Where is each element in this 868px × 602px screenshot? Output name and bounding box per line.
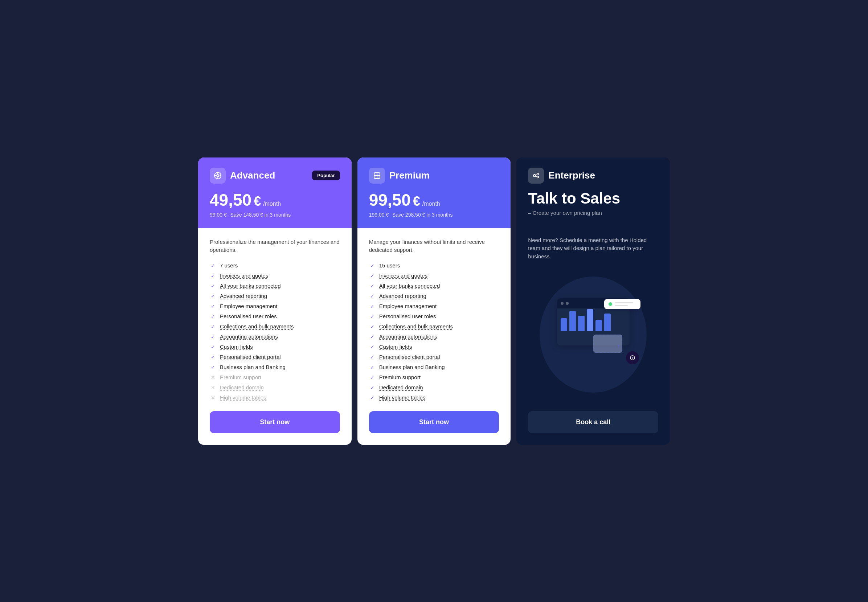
plan-body-advanced: Professionalize the management of your f… xyxy=(198,228,352,411)
popular-badge: Popular xyxy=(312,170,340,180)
feature-label: 7 users xyxy=(220,263,238,269)
feature-invoices-quotes: ✓ Invoices and quotes xyxy=(210,272,340,279)
features-list-premium: ✓ 15 users ✓ Invoices and quotes ✓ All y… xyxy=(369,263,499,401)
feature-employee: ✓ Employee management xyxy=(369,303,499,310)
feature-banks: ✓ All your banks connected xyxy=(210,283,340,289)
price-currency-premium: € xyxy=(413,194,420,209)
feature-label: Custom fields xyxy=(379,344,412,350)
check-icon: ✓ xyxy=(369,283,376,289)
svg-point-10 xyxy=(537,173,539,175)
feature-label: Invoices and quotes xyxy=(220,272,268,279)
svg-point-1 xyxy=(217,175,219,177)
feature-dedicated-domain: ✓ Dedicated domain xyxy=(369,384,499,391)
svg-point-11 xyxy=(537,176,539,178)
feature-label: Invoices and quotes xyxy=(379,272,427,279)
feature-invoices: ✓ Invoices and quotes xyxy=(369,272,499,279)
check-icon: ✓ xyxy=(369,354,376,360)
plan-body-enterprise: Need more? Schedule a meeting with the H… xyxy=(516,226,670,411)
plan-footer-enterprise: Book a call xyxy=(516,411,670,445)
plan-card-enterprise: Enterprise Talk to Sales – Create your o… xyxy=(516,158,670,445)
plan-header-enterprise: Enterprise Talk to Sales – Create your o… xyxy=(516,158,670,226)
feature-custom-fields: ✓ Custom fields xyxy=(369,344,499,350)
feature-label: Custom fields xyxy=(220,344,253,350)
check-icon: ✓ xyxy=(369,344,376,350)
plan-footer-advanced: Start now xyxy=(198,411,352,445)
feature-user-roles: ✓ Personalised user roles xyxy=(210,313,340,320)
mock-status-card xyxy=(604,299,641,309)
feature-high-volume: ✓ High volume tables xyxy=(369,395,499,401)
feature-label: Personalised client portal xyxy=(379,354,440,360)
feature-label: High volume tables xyxy=(220,395,266,401)
check-icon: ✓ xyxy=(369,272,376,279)
feature-label: Advanced reporting xyxy=(379,293,426,299)
x-icon: ✕ xyxy=(210,374,216,381)
feature-client-portal: ✓ Personalised client portal xyxy=(369,354,499,360)
feature-label: Dedicated domain xyxy=(220,384,264,390)
savings-text-premium: Save 298,50 € in 3 months xyxy=(392,212,453,218)
feature-label: Business plan and Banking xyxy=(379,364,445,370)
check-icon: ✓ xyxy=(369,303,376,310)
enterprise-tagline: – Create your own pricing plan xyxy=(528,210,658,216)
plan-footer-premium: Start now xyxy=(358,411,511,445)
check-icon: ✓ xyxy=(210,354,216,360)
check-icon: ✓ xyxy=(210,333,216,340)
feature-label: All your banks connected xyxy=(379,283,440,289)
start-now-button-advanced[interactable]: Start now xyxy=(210,411,340,433)
advanced-icon xyxy=(210,167,226,184)
feature-custom-fields: ✓ Custom fields xyxy=(210,344,340,350)
svg-line-13 xyxy=(536,176,537,177)
enterprise-headline: Talk to Sales xyxy=(528,190,658,207)
book-call-button[interactable]: Book a call xyxy=(528,411,658,433)
feature-label: Advanced reporting xyxy=(220,293,267,299)
price-period-premium: /month xyxy=(422,201,440,207)
check-icon: ✓ xyxy=(369,263,376,269)
plan-name-premium: Premium xyxy=(389,170,430,181)
feature-dedicated-domain: ✕ Dedicated domain xyxy=(210,384,340,391)
x-icon: ✕ xyxy=(210,395,216,401)
feature-label: Business plan and Banking xyxy=(220,364,286,370)
feature-premium-support: ✕ Premium support xyxy=(210,374,340,381)
feature-7-users: ✓ 7 users xyxy=(210,263,340,269)
plan-body-premium: Manage your finances without limits and … xyxy=(358,228,511,411)
feature-collections: ✓ Collections and bulk payments xyxy=(369,323,499,330)
svg-text:$: $ xyxy=(631,357,633,360)
original-price-premium: 199,00 € xyxy=(369,212,389,218)
feature-label: Employee management xyxy=(220,303,277,309)
feature-employee: ✓ Employee management xyxy=(210,303,340,310)
feature-accounting: ✓ Accounting automations xyxy=(369,333,499,340)
feature-client-portal: ✓ Personalised client portal xyxy=(210,354,340,360)
x-icon: ✕ xyxy=(210,384,216,391)
feature-label: Premium support xyxy=(220,374,261,380)
enterprise-icon xyxy=(528,167,544,184)
price-value-premium: 99,50 xyxy=(369,190,411,210)
mock-arrow-icon: ↑ xyxy=(617,343,620,350)
price-period-advanced: /month xyxy=(263,201,281,207)
check-icon: ✓ xyxy=(369,374,376,381)
plan-icon-name-premium: Premium xyxy=(369,167,430,184)
plan-price-advanced: 49,50 € /month xyxy=(210,190,340,210)
feature-label: Dedicated domain xyxy=(379,384,423,390)
plan-savings-premium: 199,00 € Save 298,50 € in 3 months xyxy=(369,212,499,218)
plan-card-advanced: Advanced Popular 49,50 € /month 99,00 € … xyxy=(198,158,352,445)
check-icon: ✓ xyxy=(210,272,216,279)
start-now-button-premium[interactable]: Start now xyxy=(369,411,499,433)
plan-header-premium: Premium 99,50 € /month 199,00 € Save 298… xyxy=(358,158,511,228)
check-icon: ✓ xyxy=(369,384,376,391)
check-icon: ✓ xyxy=(369,395,376,401)
feature-user-roles: ✓ Personalised user roles xyxy=(369,313,499,320)
svg-line-12 xyxy=(536,175,537,175)
feature-label: Accounting automations xyxy=(220,333,278,339)
check-icon: ✓ xyxy=(210,313,216,320)
feature-business-banking: ✓ Business plan and Banking xyxy=(210,364,340,370)
feature-accounting: ✓ Accounting automations xyxy=(210,333,340,340)
feature-label: High volume tables xyxy=(379,395,426,401)
feature-label: All your banks connected xyxy=(220,283,281,289)
feature-15-users: ✓ 15 users xyxy=(369,263,499,269)
pricing-container: Advanced Popular 49,50 € /month 99,00 € … xyxy=(198,158,670,445)
savings-text-advanced: Save 148,50 € in 3 months xyxy=(230,212,291,218)
original-price-advanced: 99,00 € xyxy=(210,212,227,218)
feature-business-banking: ✓ Business plan and Banking xyxy=(369,364,499,370)
feature-label: 15 users xyxy=(379,263,400,269)
plan-card-premium: Premium 99,50 € /month 199,00 € Save 298… xyxy=(358,158,511,445)
plan-name-advanced: Advanced xyxy=(230,170,275,181)
